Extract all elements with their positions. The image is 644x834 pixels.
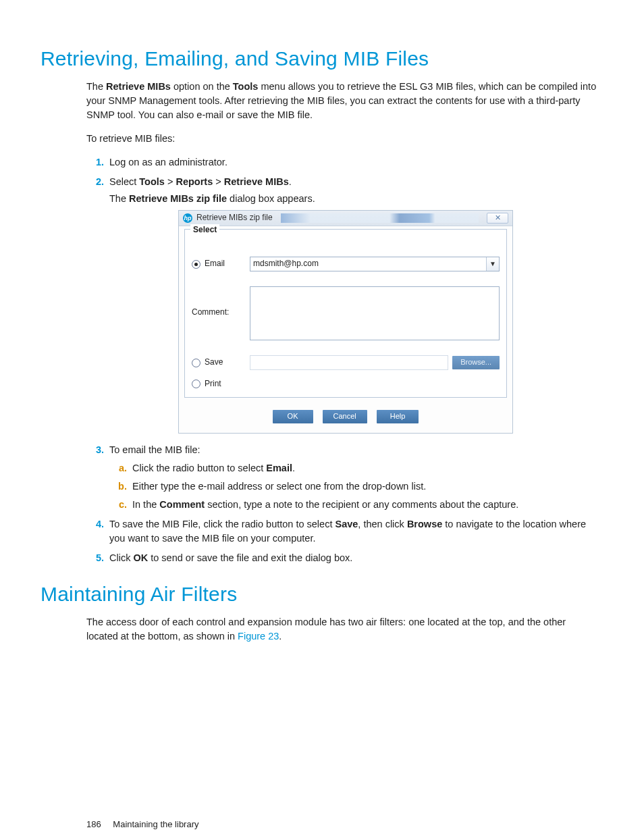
text: The access door of each control and expa… [86, 617, 566, 642]
intro-lead: To retrieve MIB files: [86, 132, 597, 146]
substep-c: c. In the Comment section, type a note t… [109, 498, 603, 512]
radio-email[interactable] [192, 260, 200, 269]
step-text: Select Tools > Reports > Retrieve MIBs. [109, 176, 292, 187]
bold-tools: Tools [139, 176, 165, 187]
text: Click the radio button to select [132, 463, 266, 473]
email-value[interactable]: mdsmith@hp.com [250, 257, 487, 271]
text: The [109, 193, 129, 204]
bold-retrieve-mibs: Retrieve MIBs [224, 176, 289, 187]
bold-reports: Reports [176, 176, 213, 187]
bold-browse: Browse [407, 519, 442, 529]
radio-save[interactable] [192, 359, 200, 367]
print-radio-group[interactable]: Print [192, 378, 250, 390]
help-button[interactable]: Help [377, 410, 419, 423]
substep-marker: a. [109, 461, 127, 475]
intro-paragraph: The Retrieve MIBs option on the Tools me… [86, 80, 597, 122]
page-number: 186 [86, 819, 101, 829]
bold-save: Save [335, 519, 358, 529]
comment-row: Comment: [192, 286, 500, 340]
browse-button[interactable]: Browse... [452, 356, 500, 369]
dialog-button-bar: OK Cancel Help [184, 405, 507, 427]
bold-retrieve-mibs: Retrieve MIBs [106, 81, 171, 92]
print-row: Print [192, 378, 500, 390]
heading-air-filters: Maintaining Air Filters [41, 583, 603, 606]
air-filters-paragraph: The access door of each control and expa… [86, 615, 597, 644]
step-4: 4. To save the MIB File, click the radio… [86, 517, 603, 546]
dialog-screenshot: hp Retrieve MIBs zip file ✕ Select Email [178, 210, 513, 433]
chevron-down-icon[interactable]: ▼ [487, 257, 499, 271]
air-filters-block: The access door of each control and expa… [86, 615, 597, 644]
save-radio-group[interactable]: Save [192, 357, 250, 368]
text: . [279, 631, 281, 642]
print-label: Print [205, 378, 221, 390]
text: To save the MIB File, click the radio bu… [109, 519, 335, 529]
email-row: Email mdsmith@hp.com ▼ [192, 257, 500, 271]
heading-retrieving: Retrieving, Emailing, and Saving MIB Fil… [41, 47, 603, 70]
text: Click [109, 552, 133, 563]
text: . [289, 176, 292, 187]
text: The [86, 81, 106, 92]
text: > [165, 176, 176, 187]
text: > [213, 176, 224, 187]
comment-textarea[interactable] [250, 286, 500, 340]
text: . [292, 463, 295, 473]
text: Select [109, 176, 139, 187]
email-combobox[interactable]: mdsmith@hp.com ▼ [250, 257, 500, 271]
step-marker: 5. [86, 551, 104, 565]
step-marker: 1. [86, 155, 104, 170]
text: option on the [171, 81, 233, 92]
dialog-titlebar: hp Retrieve MIBs zip file ✕ [179, 211, 512, 226]
text: dialog box appears. [227, 193, 315, 204]
bold-ok: OK [133, 552, 148, 563]
text: Either type the e-mail address or select… [132, 481, 426, 492]
substep-a: a. Click the radio button to select Emai… [109, 461, 603, 475]
step-sub: The Retrieve MIBs zip file dialog box ap… [109, 192, 603, 206]
bold-tools: Tools [233, 81, 259, 92]
step-text: To email the MIB file: [109, 444, 200, 455]
comment-label: Comment: [192, 307, 250, 318]
dialog-window: hp Retrieve MIBs zip file ✕ Select Email [178, 210, 513, 433]
select-fieldset: Select Email mdsmith@hp.com ▼ [184, 229, 507, 397]
substep-marker: c. [109, 498, 127, 512]
substep-marker: b. [109, 479, 127, 494]
step-marker: 2. [86, 175, 104, 189]
substeps: a. Click the radio button to select Emai… [109, 461, 603, 512]
footer-label: Maintaining the library [113, 819, 198, 829]
text: section, type a note to the recipient or… [205, 499, 518, 510]
step-5: 5. Click OK to send or save the file and… [86, 551, 603, 565]
email-label: Email [205, 258, 225, 269]
step-2: 2. Select Tools > Reports > Retrieve MIB… [86, 175, 603, 433]
cancel-button[interactable]: Cancel [323, 410, 367, 423]
bold-comment: Comment [159, 499, 205, 510]
dialog-title: Retrieve MIBs zip file [196, 212, 273, 224]
radio-print[interactable] [192, 380, 200, 388]
figure-link[interactable]: Figure 23 [238, 631, 279, 642]
bold-dialog-name: Retrieve MIBs zip file [129, 193, 227, 204]
page: Retrieving, Emailing, and Saving MIB Fil… [0, 0, 644, 834]
page-footer: 186 Maintaining the library [86, 819, 603, 829]
text: In the [132, 499, 159, 510]
step-3: 3. To email the MIB file: a. Click the r… [86, 443, 603, 512]
close-button[interactable]: ✕ [487, 213, 508, 224]
save-label: Save [205, 357, 223, 368]
step-marker: 3. [86, 443, 104, 457]
step-text: Log on as an administrator. [109, 157, 227, 167]
ok-button[interactable]: OK [273, 410, 313, 423]
bold-email: Email [266, 463, 292, 473]
step-marker: 4. [86, 517, 104, 531]
save-path-input[interactable] [250, 355, 448, 370]
save-row: Save Browse... [192, 355, 500, 370]
text: , then click [358, 519, 407, 529]
intro-block: The Retrieve MIBs option on the Tools me… [86, 80, 597, 146]
fieldset-legend: Select [190, 224, 219, 236]
hp-logo-icon: hp [183, 213, 192, 223]
numbered-steps: 1. Log on as an administrator. 2. Select… [86, 155, 603, 565]
substep-b: b. Either type the e-mail address or sel… [109, 479, 603, 494]
dialog-content: Select Email mdsmith@hp.com ▼ [179, 226, 512, 432]
titlebar-decoration [281, 213, 479, 223]
text: to send or save the file and exit the di… [148, 552, 352, 563]
step-1: 1. Log on as an administrator. [86, 155, 603, 170]
email-radio-group[interactable]: Email [192, 258, 250, 269]
